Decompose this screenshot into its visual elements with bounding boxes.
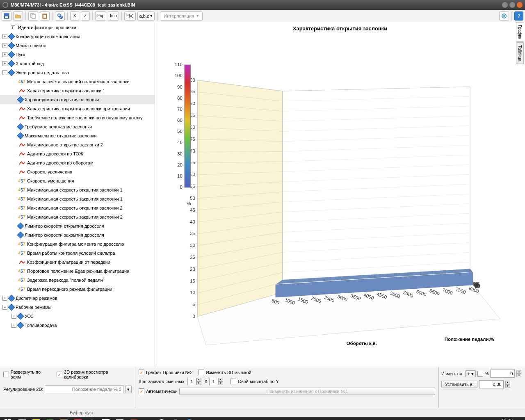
tree-toggle[interactable]: -	[2, 70, 7, 75]
task-record[interactable]	[169, 418, 182, 420]
minimize-button[interactable]	[502, 2, 508, 8]
tree-item-17[interactable]: 457Скорость уменьшения	[0, 176, 155, 185]
status-bar: Буфер пуст	[0, 408, 525, 417]
interpolation-dropdown[interactable]: Интерполяция ▾	[160, 11, 202, 21]
tree-item-18[interactable]: 457Максимальная скорость открытия заслон…	[0, 185, 155, 194]
tree-item-4[interactable]: +Холостой ход	[0, 59, 155, 68]
tree-toggle[interactable]: +	[2, 43, 7, 48]
tray-clock[interactable]: 19:48 07.03.2019	[490, 418, 513, 420]
tree-toggle[interactable]: +	[2, 52, 7, 57]
tree-item-15[interactable]: Аддитив дросселя по оборотам	[0, 158, 155, 167]
help-button[interactable]: ?	[514, 11, 523, 21]
tree-item-31[interactable]: -Рабочие режимы	[0, 303, 155, 312]
close-button[interactable]	[517, 2, 523, 8]
paste-button[interactable]	[40, 11, 50, 21]
tree-item-14[interactable]: Аддитив дросселя по ТОЖ	[0, 149, 155, 158]
task-app-8[interactable]	[127, 418, 140, 420]
tree-item-19[interactable]: 457Максимальная скорость закрытия заслон…	[0, 194, 155, 203]
tree-label: Идентификаторы прошивки	[18, 25, 76, 30]
task-app-4[interactable]: RX	[71, 418, 84, 420]
graf2-checkbox[interactable]	[139, 370, 144, 375]
task-app-5[interactable]	[85, 418, 98, 420]
chart-canvas[interactable]: 1009590858075706560555045403530252015105…	[163, 39, 513, 363]
tree-item-5[interactable]: -Электронная педаль газа	[0, 68, 155, 77]
tree-item-11[interactable]: Требуемое положение заслонки	[0, 122, 155, 131]
tree-item-6[interactable]: 457Метод рассчёта значений положения д.з…	[0, 77, 155, 86]
export-button[interactable]: Exp	[95, 11, 106, 21]
tree-item-27[interactable]: 457Пороговое положение Egas режима фильт…	[0, 267, 155, 276]
tab-table[interactable]: Таблица	[516, 42, 524, 64]
reg2d-input[interactable]	[45, 385, 123, 393]
own-y-checkbox[interactable]	[231, 379, 236, 384]
tree-item-22[interactable]: Лимитер скорости открытия дросселя	[0, 221, 155, 231]
set-value-input[interactable]	[479, 380, 504, 388]
tree-item-29[interactable]: 457Время переходного режима фильтрации	[0, 285, 155, 294]
task-app-9[interactable]	[183, 418, 196, 420]
tree-item-20[interactable]: 457Максимальная скорость открытия заслон…	[0, 203, 155, 212]
fx-button[interactable]: F(x)	[124, 11, 136, 21]
tree-item-10[interactable]: Требуемое положение заслонки по воздушно…	[0, 113, 155, 122]
tree-item-28[interactable]: 457Задержка перехода ''полной педали''	[0, 276, 155, 285]
tree-panel[interactable]: TИдентификаторы прошивки+Конфигурация и …	[0, 22, 155, 367]
tree-toggle[interactable]: +	[2, 296, 7, 301]
tree-item-13[interactable]: Максимальное открытие заслонки 2	[0, 140, 155, 149]
tree-item-23[interactable]: Лимитер скорости закрытия дросселя	[0, 231, 155, 240]
apply-button[interactable]: Применить изменения к Прошивки №1	[179, 388, 435, 395]
tree-item-21[interactable]: 457Максимальная скорость закрытия заслон…	[0, 212, 155, 221]
number-icon: 457	[18, 205, 25, 211]
mode3d-checkbox[interactable]	[57, 372, 62, 377]
settings-button[interactable]	[499, 11, 509, 21]
task-app-3[interactable]	[57, 418, 71, 420]
abc-button[interactable]: a,b,c ▾	[137, 11, 155, 21]
task-app-2[interactable]	[43, 418, 57, 420]
auto-checkbox[interactable]	[139, 388, 144, 394]
task-yandex[interactable]: Y	[155, 418, 168, 420]
tree-item-0[interactable]: TИдентификаторы прошивки	[0, 23, 155, 32]
pct-checkbox[interactable]	[477, 371, 483, 377]
set-to-button[interactable]: Установить в:	[441, 381, 477, 388]
maximize-button[interactable]	[509, 2, 515, 8]
tree-item-24[interactable]: 457Конфигурация фильтра момента по дросс…	[0, 240, 155, 249]
tree-toggle[interactable]: +	[2, 61, 7, 66]
reg2d-arrow[interactable]: ▾	[125, 386, 132, 393]
tree-item-33[interactable]: +Топливоподача	[0, 321, 155, 330]
tree-item-8[interactable]: Характеристика открытия заслонки	[0, 95, 155, 104]
tree-item-1[interactable]: +Конфигурация и комплектация	[0, 32, 155, 41]
import-button[interactable]: Imp	[108, 11, 119, 21]
tree-item-25[interactable]: 457Время работы контроля условий фильтра	[0, 249, 155, 258]
tree-item-3[interactable]: +Пуск	[0, 50, 155, 59]
step-y-spinner[interactable]: ▲▼	[209, 378, 225, 385]
tree-item-2[interactable]: +Маска ошибок	[0, 41, 155, 50]
tree-toggle[interactable]: -	[2, 305, 7, 310]
tree-item-16[interactable]: Скорость увеличения	[0, 167, 155, 176]
tree-toggle[interactable]: +	[11, 314, 16, 319]
open-button[interactable]	[13, 11, 23, 21]
start-button[interactable]	[2, 418, 15, 420]
mouse3d-checkbox[interactable]	[199, 370, 204, 375]
expand-axes-checkbox[interactable]	[3, 372, 9, 377]
tree-item-7[interactable]: Характеристика открытия заслонки 1	[0, 86, 155, 95]
mode3d-label: 3D режим просмотра калибровки	[64, 370, 132, 379]
taskview-icon[interactable]	[16, 418, 29, 420]
z-axis-button[interactable]: Z	[81, 11, 90, 21]
tree-toggle[interactable]: +	[11, 323, 16, 328]
tree-item-9[interactable]: Характеристика открытия заслонки при тро…	[0, 104, 155, 113]
tree-item-26[interactable]: Коэффициент фильтрации от передачи	[0, 258, 155, 267]
tree-item-30[interactable]: +Диспетчер режимов	[0, 294, 155, 303]
task-app-7[interactable]	[113, 418, 126, 420]
copy-button[interactable]	[28, 11, 38, 21]
tree-label: Конфигурация и комплектация	[16, 34, 80, 39]
x-axis-button[interactable]: X	[70, 11, 79, 21]
task-app-6[interactable]: HxD	[99, 418, 112, 420]
tree-item-12[interactable]: Максимальное открытие заслонки	[0, 131, 155, 140]
tree-toggle[interactable]: +	[2, 34, 7, 39]
step-x-spinner[interactable]: ▲▼	[187, 378, 203, 385]
tree-item-32[interactable]: +УОЗ	[0, 312, 155, 321]
save-button[interactable]	[2, 11, 11, 21]
tab-chart[interactable]: График	[516, 22, 524, 42]
change-value-input[interactable]	[490, 370, 515, 378]
search-button[interactable]	[55, 11, 65, 21]
task-explorer[interactable]	[141, 418, 154, 420]
task-app-1[interactable]	[30, 418, 43, 420]
plus-dropdown[interactable]: + ▾	[465, 370, 476, 377]
